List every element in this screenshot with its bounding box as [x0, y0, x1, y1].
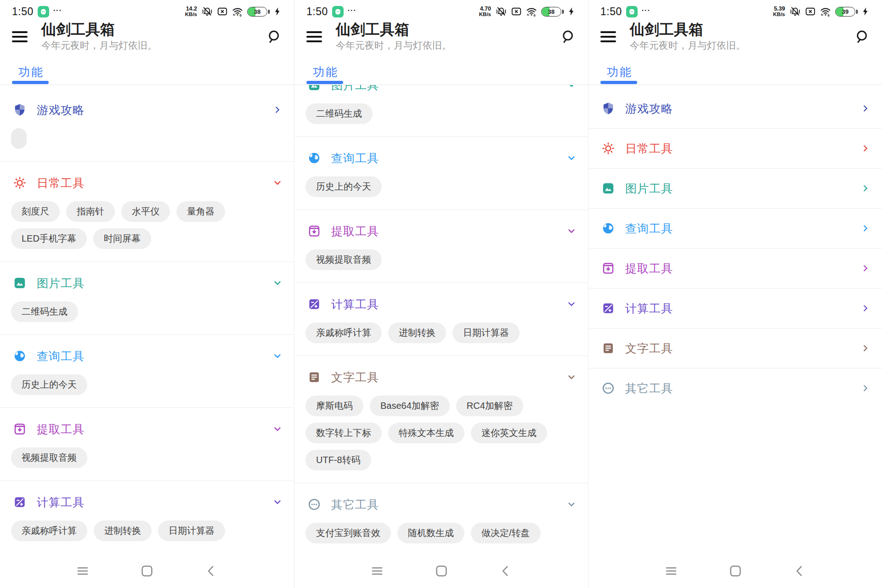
search-button[interactable]: [266, 29, 282, 45]
tool-chip[interactable]: 指南针: [66, 201, 115, 222]
network-speed: 14.2KB/s: [185, 6, 197, 17]
tool-chip[interactable]: 亲戚称呼计算: [11, 520, 87, 541]
section-header-other-tools[interactable]: 其它工具: [588, 378, 882, 398]
section-header-game-guide[interactable]: 游戏攻略: [0, 100, 294, 120]
search-button[interactable]: [560, 29, 576, 45]
section-header-other-tools[interactable]: 其它工具: [294, 494, 588, 514]
tool-chip[interactable]: 摩斯电码: [305, 396, 363, 416]
mi-app-icon: [332, 6, 344, 17]
chevron-right-icon[interactable]: [860, 383, 871, 394]
tool-chip[interactable]: 历史上的今天: [305, 176, 382, 197]
section-header-image-tools[interactable]: 图片工具: [0, 273, 294, 293]
section-header-query-tools[interactable]: 查询工具: [588, 218, 882, 238]
tab-functions[interactable]: 功能: [313, 64, 339, 79]
tool-chip[interactable]: 迷你英文生成: [471, 423, 547, 443]
app-bar: 仙剑工具箱 今年元夜时，月与灯依旧。: [294, 20, 588, 53]
tab-functions[interactable]: 功能: [18, 64, 44, 79]
chevron-down-icon[interactable]: [566, 372, 577, 383]
chevron-down-icon[interactable]: [566, 499, 577, 510]
mi-app-icon: [38, 6, 49, 17]
menu-button[interactable]: [600, 31, 616, 42]
home-button[interactable]: [141, 565, 153, 577]
section-header-game-guide[interactable]: 游戏攻略: [588, 98, 882, 119]
chevron-down-icon[interactable]: [566, 226, 577, 237]
chevron-right-icon[interactable]: [860, 343, 871, 354]
section-header-text-tools[interactable]: 文字工具: [294, 367, 588, 387]
chevron-down-icon[interactable]: [272, 497, 283, 508]
tool-chip[interactable]: Base64加解密: [370, 396, 450, 416]
tool-chip[interactable]: 视频提取音频: [11, 447, 87, 468]
section-header-calc-tools[interactable]: 计算工具: [294, 294, 588, 314]
tool-chip[interactable]: 支付宝到账音效: [305, 523, 391, 543]
recents-button[interactable]: [76, 565, 89, 577]
empty-chip-placeholder[interactable]: [11, 128, 27, 149]
menu-button[interactable]: [12, 31, 28, 42]
section-header-image-tools[interactable]: 图片工具: [294, 85, 588, 95]
status-bar: 1:50 ··· 14.2KB/s 38: [0, 0, 294, 20]
chevron-down-icon[interactable]: [566, 153, 577, 164]
section-header-extract-tools[interactable]: 提取工具: [0, 419, 294, 439]
tab-functions[interactable]: 功能: [607, 64, 633, 79]
tool-chip[interactable]: 水平仪: [121, 201, 170, 222]
tool-chip[interactable]: 进制转换: [388, 322, 446, 343]
chevron-right-icon[interactable]: [272, 104, 283, 115]
section-title: 图片工具: [37, 276, 272, 291]
section-header-extract-tools[interactable]: 提取工具: [294, 221, 588, 241]
tool-list: 游戏攻略 日常工具 图片工具: [588, 85, 882, 554]
recents-button[interactable]: [665, 565, 678, 577]
tool-chip[interactable]: 量角器: [176, 201, 225, 222]
tool-chip[interactable]: LED手机字幕: [11, 228, 87, 249]
section-header-query-tools[interactable]: 查询工具: [294, 148, 588, 168]
tool-chip[interactable]: 刻度尺: [11, 201, 60, 222]
chevron-right-icon[interactable]: [860, 263, 871, 274]
section-header-daily-tools[interactable]: 日常工具: [0, 173, 294, 193]
tool-chip[interactable]: 特殊文本生成: [388, 423, 464, 443]
section-header-image-tools[interactable]: 图片工具: [588, 178, 882, 198]
chevron-down-icon[interactable]: [272, 424, 283, 435]
chevron-down-icon[interactable]: [272, 351, 283, 362]
tool-chip[interactable]: 日期计算器: [452, 322, 520, 343]
chevron-down-icon[interactable]: [272, 277, 283, 288]
back-button[interactable]: [793, 565, 806, 577]
no-sim-icon: [217, 6, 228, 17]
chevron-right-icon[interactable]: [860, 103, 871, 114]
tool-chip[interactable]: 随机数生成: [397, 523, 464, 543]
document-icon: [601, 341, 615, 355]
tool-chip[interactable]: 历史上的今天: [11, 374, 87, 395]
back-button[interactable]: [499, 565, 512, 577]
home-button[interactable]: [729, 565, 742, 577]
chevron-down-icon[interactable]: [566, 85, 577, 90]
section-header-calc-tools[interactable]: 计算工具: [588, 298, 882, 318]
tool-chip[interactable]: 亲戚称呼计算: [305, 322, 382, 343]
tool-chip[interactable]: UTF-8转码: [305, 450, 371, 470]
section-header-query-tools[interactable]: 查询工具: [0, 346, 294, 366]
section-header-extract-tools[interactable]: 提取工具: [588, 258, 882, 278]
calculator-icon: [601, 301, 615, 315]
tool-chip[interactable]: 视频提取音频: [305, 249, 382, 270]
chevron-right-icon[interactable]: [860, 303, 871, 314]
home-button[interactable]: [435, 565, 448, 577]
chevron-down-icon[interactable]: [272, 177, 283, 188]
search-button[interactable]: [854, 29, 870, 45]
charging-bolt-icon: [861, 6, 870, 17]
chevron-down-icon[interactable]: [566, 299, 577, 310]
chevron-right-icon[interactable]: [860, 223, 871, 234]
recents-button[interactable]: [371, 565, 384, 577]
tool-chip[interactable]: 日期计算器: [158, 520, 225, 541]
page-subtitle: 今年元夜时，月与灯依旧。: [41, 39, 266, 52]
chevron-right-icon[interactable]: [860, 143, 871, 154]
back-button[interactable]: [205, 565, 218, 577]
section-header-daily-tools[interactable]: 日常工具: [588, 138, 882, 158]
section-header-text-tools[interactable]: 文字工具: [588, 338, 882, 358]
tool-chip[interactable]: RC4加解密: [456, 396, 523, 416]
tool-chip[interactable]: 进制转换: [94, 520, 152, 541]
section-header-calc-tools[interactable]: 计算工具: [0, 492, 294, 512]
tool-chip[interactable]: 时间屏幕: [93, 228, 151, 249]
section-image-tools: 图片工具 二维码生成: [0, 262, 294, 334]
chevron-right-icon[interactable]: [860, 183, 871, 194]
tool-chip[interactable]: 二维码生成: [11, 301, 78, 322]
menu-button[interactable]: [306, 31, 322, 42]
tool-chip[interactable]: 数字转上下标: [305, 423, 382, 443]
tool-chip[interactable]: 二维码生成: [305, 103, 373, 124]
tool-chip[interactable]: 做决定/转盘: [471, 523, 541, 543]
